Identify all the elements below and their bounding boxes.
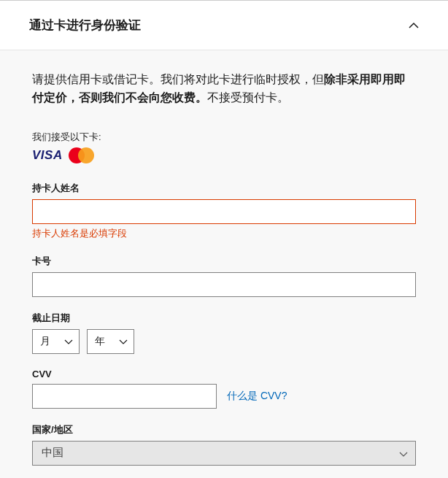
country-field: 国家/地区 中国 (32, 423, 416, 466)
intro-part2: 不接受预付卡。 (207, 91, 289, 104)
country-value: 中国 (42, 446, 63, 460)
mastercard-icon (67, 147, 96, 164)
visa-icon: VISA (32, 148, 63, 163)
expiry-month-select[interactable]: 月 (32, 329, 80, 354)
card-verification-panel: 通过卡进行身份验证 请提供信用卡或借记卡。我们将对此卡进行临时授权，但除非采用即… (0, 0, 448, 478)
cardnumber-input[interactable] (32, 272, 416, 297)
expiry-field: 截止日期 月 年 (32, 312, 416, 354)
country-label: 国家/地区 (32, 423, 416, 436)
intro-part1: 请提供信用卡或借记卡。我们将对此卡进行临时授权，但 (32, 73, 324, 85)
cardholder-label: 持卡人姓名 (32, 182, 416, 195)
expiry-year-value: 年 (95, 335, 105, 348)
country-select[interactable]: 中国 (32, 441, 416, 466)
cardnumber-label: 卡号 (32, 255, 416, 268)
chevron-down-icon (119, 337, 128, 346)
cvv-field: CVV 什么是 CVV? (32, 369, 416, 409)
cvv-help-link[interactable]: 什么是 CVV? (227, 390, 287, 403)
chevron-down-icon (64, 337, 73, 346)
expiry-year-select[interactable]: 年 (87, 329, 134, 354)
chevron-up-icon (409, 20, 419, 31)
intro-text: 请提供信用卡或借记卡。我们将对此卡进行临时授权，但除非采用即用即付定价，否则我们… (32, 71, 416, 107)
accepted-cards-label: 我们接受以下卡: (32, 131, 416, 144)
cardnumber-field: 卡号 (32, 255, 416, 297)
cvv-label: CVV (32, 369, 416, 379)
panel-title: 通过卡进行身份验证 (29, 17, 141, 34)
panel-header[interactable]: 通过卡进行身份验证 (0, 1, 448, 50)
cardholder-field: 持卡人姓名 持卡人姓名是必填字段 (32, 182, 416, 240)
chevron-down-icon (399, 449, 408, 458)
cvv-input[interactable] (32, 384, 217, 409)
card-logos: VISA (32, 147, 416, 164)
cardholder-error: 持卡人姓名是必填字段 (32, 227, 416, 240)
cardholder-input[interactable] (32, 199, 416, 224)
expiry-month-value: 月 (40, 335, 50, 348)
panel-body: 请提供信用卡或借记卡。我们将对此卡进行临时授权，但除非采用即用即付定价，否则我们… (0, 50, 448, 478)
expiry-label: 截止日期 (32, 312, 416, 325)
